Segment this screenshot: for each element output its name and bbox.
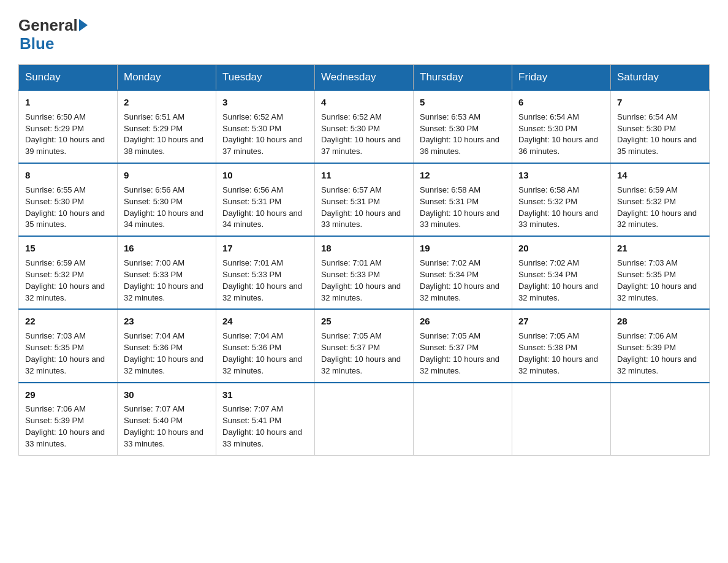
calendar-cell <box>611 383 710 456</box>
week-row-5: 29Sunrise: 7:06 AMSunset: 5:39 PMDayligh… <box>19 383 710 456</box>
weekday-header-monday: Monday <box>118 65 216 91</box>
calendar-cell: 3Sunrise: 6:52 AMSunset: 5:30 PMDaylight… <box>216 90 315 163</box>
calendar-cell: 7Sunrise: 6:54 AMSunset: 5:30 PMDaylight… <box>611 90 710 163</box>
calendar-cell: 21Sunrise: 7:03 AMSunset: 5:35 PMDayligh… <box>611 236 710 309</box>
day-number: 20 <box>518 242 604 255</box>
calendar-cell: 20Sunrise: 7:02 AMSunset: 5:34 PMDayligh… <box>512 236 611 309</box>
day-number: 4 <box>321 96 407 109</box>
calendar-cell: 19Sunrise: 7:02 AMSunset: 5:34 PMDayligh… <box>414 236 512 309</box>
day-number: 31 <box>222 388 308 402</box>
calendar-cell: 12Sunrise: 6:58 AMSunset: 5:31 PMDayligh… <box>414 163 512 236</box>
week-row-2: 8Sunrise: 6:55 AMSunset: 5:30 PMDaylight… <box>19 163 710 236</box>
calendar-cell <box>315 383 414 456</box>
week-row-1: 1Sunrise: 6:50 AMSunset: 5:29 PMDaylight… <box>19 90 710 163</box>
day-number: 10 <box>222 169 308 182</box>
calendar-cell: 31Sunrise: 7:07 AMSunset: 5:41 PMDayligh… <box>216 383 315 456</box>
calendar-cell: 29Sunrise: 7:06 AMSunset: 5:39 PMDayligh… <box>19 383 118 456</box>
day-number: 2 <box>124 96 210 109</box>
day-number: 24 <box>222 315 308 328</box>
day-number: 12 <box>420 169 506 182</box>
day-number: 21 <box>617 242 703 255</box>
day-number: 16 <box>124 242 210 255</box>
day-number: 5 <box>420 96 506 109</box>
logo-blue-text: Blue <box>20 34 54 53</box>
calendar-cell: 24Sunrise: 7:04 AMSunset: 5:36 PMDayligh… <box>216 309 315 382</box>
calendar-cell: 22Sunrise: 7:03 AMSunset: 5:35 PMDayligh… <box>19 309 118 382</box>
day-number: 1 <box>25 96 111 109</box>
calendar-cell: 1Sunrise: 6:50 AMSunset: 5:29 PMDaylight… <box>19 90 118 163</box>
logo: General Blue <box>18 17 89 53</box>
weekday-header-sunday: Sunday <box>19 65 118 91</box>
weekday-header-tuesday: Tuesday <box>216 65 315 91</box>
calendar-cell: 13Sunrise: 6:58 AMSunset: 5:32 PMDayligh… <box>512 163 611 236</box>
calendar-cell: 16Sunrise: 7:00 AMSunset: 5:33 PMDayligh… <box>118 236 216 309</box>
calendar-cell: 27Sunrise: 7:05 AMSunset: 5:38 PMDayligh… <box>512 309 611 382</box>
day-number: 26 <box>420 315 506 328</box>
calendar-cell: 26Sunrise: 7:05 AMSunset: 5:37 PMDayligh… <box>414 309 512 382</box>
day-number: 30 <box>124 388 210 402</box>
calendar-cell: 30Sunrise: 7:07 AMSunset: 5:40 PMDayligh… <box>118 383 216 456</box>
day-number: 23 <box>124 315 210 328</box>
header: General Blue <box>18 12 710 53</box>
weekday-header-row: SundayMondayTuesdayWednesdayThursdayFrid… <box>19 65 710 91</box>
day-number: 8 <box>25 169 111 182</box>
day-number: 9 <box>124 169 210 182</box>
calendar-cell: 17Sunrise: 7:01 AMSunset: 5:33 PMDayligh… <box>216 236 315 309</box>
logo-arrow-icon <box>79 19 88 31</box>
calendar-cell: 2Sunrise: 6:51 AMSunset: 5:29 PMDaylight… <box>118 90 216 163</box>
day-number: 6 <box>518 96 604 109</box>
calendar-cell: 18Sunrise: 7:01 AMSunset: 5:33 PMDayligh… <box>315 236 414 309</box>
calendar-table: SundayMondayTuesdayWednesdayThursdayFrid… <box>18 64 710 456</box>
day-number: 19 <box>420 242 506 255</box>
calendar-cell: 14Sunrise: 6:59 AMSunset: 5:32 PMDayligh… <box>611 163 710 236</box>
weekday-header-thursday: Thursday <box>414 65 512 91</box>
day-number: 25 <box>321 315 407 328</box>
calendar-cell: 25Sunrise: 7:05 AMSunset: 5:37 PMDayligh… <box>315 309 414 382</box>
day-number: 29 <box>25 388 111 402</box>
calendar-cell: 4Sunrise: 6:52 AMSunset: 5:30 PMDaylight… <box>315 90 414 163</box>
day-number: 27 <box>518 315 604 328</box>
day-number: 18 <box>321 242 407 255</box>
day-number: 13 <box>518 169 604 182</box>
calendar-cell: 8Sunrise: 6:55 AMSunset: 5:30 PMDaylight… <box>19 163 118 236</box>
day-number: 28 <box>617 315 703 328</box>
day-number: 22 <box>25 315 111 328</box>
calendar-cell: 9Sunrise: 6:56 AMSunset: 5:30 PMDaylight… <box>118 163 216 236</box>
calendar-cell: 6Sunrise: 6:54 AMSunset: 5:30 PMDaylight… <box>512 90 611 163</box>
week-row-4: 22Sunrise: 7:03 AMSunset: 5:35 PMDayligh… <box>19 309 710 382</box>
calendar-cell <box>414 383 512 456</box>
week-row-3: 15Sunrise: 6:59 AMSunset: 5:32 PMDayligh… <box>19 236 710 309</box>
weekday-header-saturday: Saturday <box>611 65 710 91</box>
calendar-cell: 15Sunrise: 6:59 AMSunset: 5:32 PMDayligh… <box>19 236 118 309</box>
weekday-header-friday: Friday <box>512 65 611 91</box>
day-number: 7 <box>617 96 703 109</box>
calendar-cell: 28Sunrise: 7:06 AMSunset: 5:39 PMDayligh… <box>611 309 710 382</box>
day-number: 15 <box>25 242 111 255</box>
calendar-cell <box>512 383 611 456</box>
calendar-cell: 10Sunrise: 6:56 AMSunset: 5:31 PMDayligh… <box>216 163 315 236</box>
day-number: 14 <box>617 169 703 182</box>
calendar-cell: 5Sunrise: 6:53 AMSunset: 5:30 PMDaylight… <box>414 90 512 163</box>
day-number: 3 <box>222 96 308 109</box>
calendar-cell: 11Sunrise: 6:57 AMSunset: 5:31 PMDayligh… <box>315 163 414 236</box>
calendar-cell: 23Sunrise: 7:04 AMSunset: 5:36 PMDayligh… <box>118 309 216 382</box>
day-number: 11 <box>321 169 407 182</box>
weekday-header-wednesday: Wednesday <box>315 65 414 91</box>
logo-general-text: General <box>18 17 78 33</box>
day-number: 17 <box>222 242 308 255</box>
